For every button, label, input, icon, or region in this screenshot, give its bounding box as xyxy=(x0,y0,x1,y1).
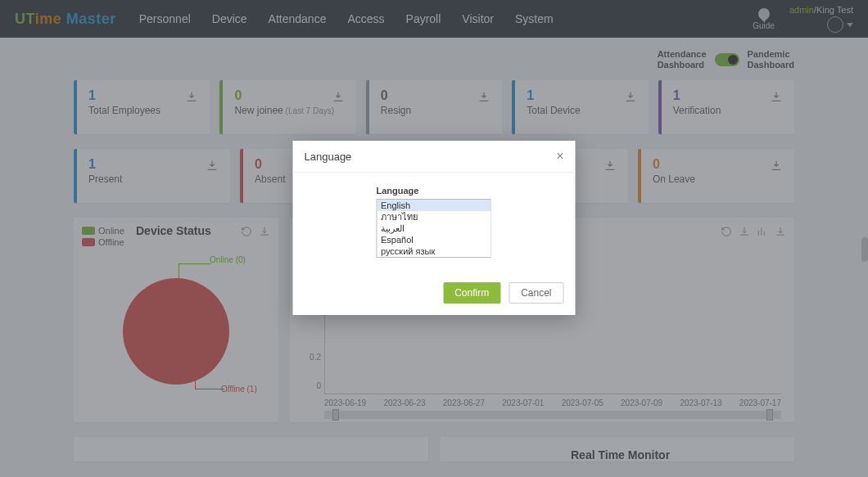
language-option[interactable]: Bahasa Indonesia xyxy=(377,257,491,258)
language-field-label: Language xyxy=(377,186,564,196)
language-option[interactable]: Español xyxy=(377,234,491,245)
language-option[interactable]: العربية xyxy=(377,223,491,234)
modal-title: Language xyxy=(305,151,352,163)
language-option[interactable]: English xyxy=(377,200,491,211)
language-select[interactable]: EnglishภาษาไทยالعربيةEspañolрусский язык… xyxy=(377,199,491,258)
cancel-button[interactable]: Cancel xyxy=(509,282,563,304)
language-option[interactable]: ภาษาไทย xyxy=(377,211,491,223)
language-option[interactable]: русский язык xyxy=(377,245,491,257)
close-icon[interactable]: × xyxy=(556,149,563,164)
confirm-button[interactable]: Confirm xyxy=(443,282,500,304)
language-modal: Language × Language Englishภาษาไทยالعربي… xyxy=(293,141,576,315)
